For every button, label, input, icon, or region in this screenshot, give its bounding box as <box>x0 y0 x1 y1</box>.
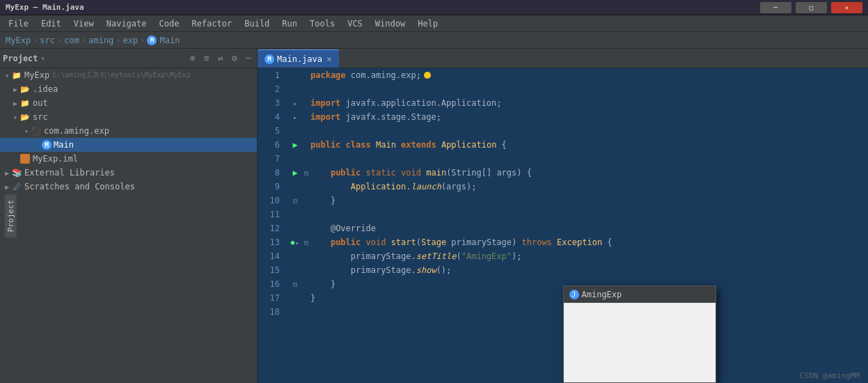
tree-item-myexp[interactable]: ▾ 📁 MyExp E:\aming工具包\mytools\MyExp\MyEx… <box>0 68 257 82</box>
tree-toggle-ext-libs[interactable]: ▶ <box>3 169 11 177</box>
tree-toggle-idea[interactable]: ▶ <box>11 86 19 93</box>
code-line-12: @Override <box>285 221 868 235</box>
sidebar-title: Project <box>3 54 38 63</box>
tree-toggle-package[interactable]: ▾ <box>22 127 31 135</box>
code-line-2 <box>285 82 868 96</box>
editor-tab-main[interactable]: M Main.java × <box>258 49 339 68</box>
tree-item-ext-libs[interactable]: ▶ 📚 External Libraries <box>0 166 257 180</box>
code-line-15: primaryStage.show(); <box>285 263 868 277</box>
close-button[interactable]: ✕ <box>831 2 862 13</box>
ext-lib-icon: 📚 <box>11 167 22 178</box>
iml-icon <box>19 153 31 164</box>
tab-close-button[interactable]: × <box>326 54 332 64</box>
tree-label-main: Main <box>54 140 74 150</box>
folder-icon-src: 📂 <box>19 111 31 123</box>
tree-item-iml[interactable]: MyExp.iml <box>0 152 257 166</box>
code-line-5 <box>285 124 868 138</box>
folder-icon-out: 📁 <box>19 97 31 109</box>
breadcrumb-com[interactable]: com <box>64 36 79 45</box>
tree-item-package[interactable]: ▾ ⬛ com.aming.exp <box>0 124 257 138</box>
sidebar-header: Project ▾ ⊕ ≡ ⇌ ⚙ ─ <box>0 49 257 68</box>
tree-label-src: src <box>33 112 48 122</box>
breadcrumb-aming[interactable]: aming <box>88 36 113 45</box>
java-icon-main: M <box>42 140 52 150</box>
collapse-all-icon[interactable]: ≡ <box>201 53 212 64</box>
tree-label-iml: MyExp.iml <box>33 154 78 164</box>
title-bar: MyExp – Main.java ─ □ ✕ <box>0 0 868 15</box>
warning-dot-1 <box>424 72 431 79</box>
breadcrumb-src[interactable]: src <box>40 36 55 45</box>
main-layout: Project ▾ ⊕ ≡ ⇌ ⚙ ─ ▾ 📁 MyExp E:\aming工具… <box>0 49 868 383</box>
menu-run[interactable]: Run <box>276 17 303 30</box>
tree-label-package: com.aming.exp <box>44 126 109 136</box>
expand-icon[interactable]: ⇌ <box>215 53 226 64</box>
menu-edit[interactable]: Edit <box>35 17 67 30</box>
window-title: MyExp – Main.java <box>6 3 84 12</box>
breadcrumb-exp[interactable]: exp <box>123 36 139 45</box>
sidebar-content: ▾ 📁 MyExp E:\aming工具包\mytools\MyExp\MyEx… <box>0 68 257 383</box>
code-line-7 <box>285 152 868 166</box>
tab-java-icon: M <box>265 54 274 64</box>
code-line-13: ● ▸ ⊟ public void start(Stage primarySta… <box>285 235 868 249</box>
popup-window[interactable]: J AmingExp <box>563 286 716 383</box>
code-line-1: package com.aming.exp; <box>285 68 868 82</box>
line-numbers: 1 2 3 4 5 6 7 8 9 10 11 12 13 14 15 16 1… <box>258 68 285 383</box>
code-line-3: ▸ import javafx.application.Application; <box>285 96 868 110</box>
menu-navigate[interactable]: Navigate <box>101 17 152 30</box>
code-line-4: ▸ import javafx.stage.Stage; <box>285 110 868 124</box>
code-line-9: Application.launch(args); <box>285 180 868 194</box>
override-icon: ● <box>291 239 294 246</box>
tree-toggle-out[interactable]: ▶ <box>11 100 19 107</box>
sidebar-icons: ⊕ ≡ ⇌ ⚙ ─ <box>187 53 254 64</box>
breadcrumb-main-icon: M <box>147 36 157 45</box>
tree-item-scratches[interactable]: ▶ 🖊 Scratches and Consoles <box>0 180 257 194</box>
window-controls[interactable]: ─ □ ✕ <box>760 2 862 13</box>
code-line-14: primaryStage.setTitle("AmingExp"); <box>285 249 868 263</box>
tab-label: Main.java <box>277 54 322 64</box>
menu-view[interactable]: View <box>68 17 100 30</box>
maximize-button[interactable]: □ <box>796 2 827 13</box>
code-line-8: ▶ ⊟ public static void main(String[] arg… <box>285 166 868 180</box>
tree-item-out[interactable]: ▶ 📁 out <box>0 96 257 110</box>
tree-label-idea: .idea <box>33 84 58 94</box>
minimize-button[interactable]: ─ <box>760 2 791 13</box>
menu-file[interactable]: File <box>3 17 34 30</box>
code-line-10: ⊟ } <box>285 194 868 208</box>
folder-icon-idea: 📂 <box>19 84 31 95</box>
menu-vcs[interactable]: VCS <box>342 17 368 30</box>
locate-icon[interactable]: ⊕ <box>187 53 198 64</box>
settings-icon[interactable]: ⚙ <box>229 53 240 64</box>
tree-item-main[interactable]: M Main <box>0 138 257 152</box>
folder-icon-myexp: 📁 <box>11 70 22 81</box>
tree-item-idea[interactable]: ▶ 📂 .idea <box>0 82 257 96</box>
tree-item-src[interactable]: ▾ 📂 src <box>0 110 257 124</box>
tree-toggle-scratches[interactable]: ▶ <box>3 183 11 191</box>
watermark: CSDN @amingMM <box>800 371 860 380</box>
minimize-panel-icon[interactable]: ─ <box>243 53 254 64</box>
editor-area: M Main.java × 1 2 3 4 5 6 7 8 9 10 11 12… <box>258 49 868 383</box>
menu-help[interactable]: Help <box>412 17 443 30</box>
sidebar-dropdown-arrow[interactable]: ▾ <box>41 54 45 62</box>
breadcrumb-project[interactable]: MyExp <box>6 36 31 45</box>
popup-body <box>564 303 716 382</box>
package-icon: ⬛ <box>31 125 42 136</box>
popup-app-icon: J <box>569 290 579 299</box>
breadcrumb: MyExp › src › com › aming › exp › M Main <box>0 32 868 49</box>
tree-path-myexp: E:\aming工具包\mytools\MyExp\MyExp <box>52 70 191 80</box>
menu-tools[interactable]: Tools <box>304 17 340 30</box>
tree-label-scratches: Scratches and Consoles <box>24 182 135 192</box>
tree-label-ext-libs: External Libraries <box>24 168 115 178</box>
menu-build[interactable]: Build <box>239 17 275 30</box>
tree-toggle-src[interactable]: ▾ <box>11 114 19 121</box>
sidebar: Project ▾ ⊕ ≡ ⇌ ⚙ ─ ▾ 📁 MyExp E:\aming工具… <box>0 49 258 383</box>
tree-label-out: out <box>33 98 48 108</box>
popup-title: AmingExp <box>582 290 622 299</box>
menu-window[interactable]: Window <box>370 17 411 30</box>
code-line-6: ▶ public class Main extends Application … <box>285 138 868 152</box>
breadcrumb-main[interactable]: Main <box>159 36 180 45</box>
popup-title-bar: J AmingExp <box>564 286 716 303</box>
project-panel-tab[interactable]: Project <box>5 194 17 237</box>
menu-refactor[interactable]: Refactor <box>186 17 237 30</box>
menu-code[interactable]: Code <box>154 17 185 30</box>
tree-toggle-myexp[interactable]: ▾ <box>3 72 11 79</box>
